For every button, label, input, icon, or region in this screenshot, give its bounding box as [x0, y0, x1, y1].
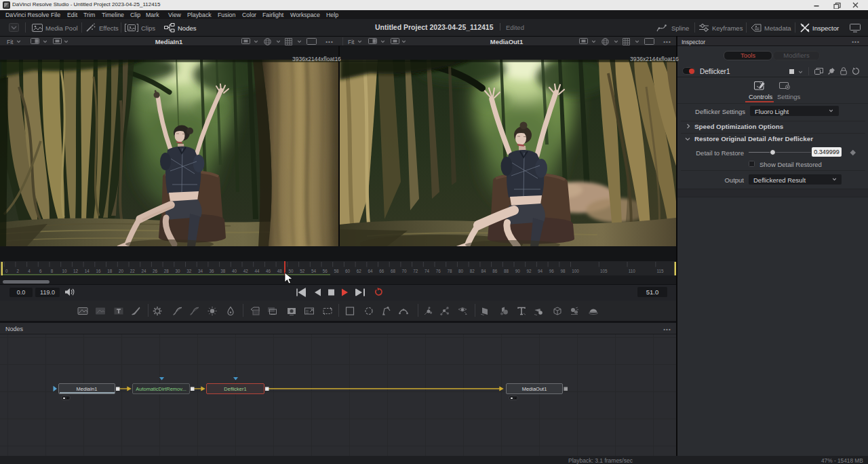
- svg-text:14: 14: [85, 269, 90, 273]
- svg-text:94: 94: [538, 269, 543, 273]
- svg-text:22: 22: [130, 269, 136, 273]
- svg-text:72: 72: [413, 269, 418, 273]
- svg-text:26: 26: [153, 269, 158, 273]
- svg-text:40: 40: [232, 269, 237, 273]
- svg-text:90: 90: [515, 269, 521, 273]
- svg-text:2: 2: [17, 269, 20, 273]
- svg-text:105: 105: [600, 269, 608, 273]
- svg-text:76: 76: [436, 269, 441, 273]
- svg-text:54: 54: [311, 269, 317, 273]
- svg-text:0: 0: [5, 269, 8, 273]
- svg-text:86: 86: [492, 269, 498, 273]
- svg-text:88: 88: [504, 269, 509, 273]
- svg-text:74: 74: [425, 269, 430, 273]
- svg-text:68: 68: [391, 269, 396, 273]
- svg-text:30: 30: [176, 269, 181, 273]
- svg-text:62: 62: [357, 269, 362, 273]
- svg-text:32: 32: [186, 269, 192, 273]
- svg-text:84: 84: [481, 269, 487, 273]
- svg-text:6: 6: [39, 269, 42, 273]
- svg-text:8: 8: [51, 269, 54, 273]
- svg-text:82: 82: [470, 269, 475, 273]
- svg-text:64: 64: [368, 269, 374, 273]
- svg-text:96: 96: [549, 269, 555, 273]
- svg-text:42: 42: [243, 269, 249, 273]
- svg-text:16: 16: [96, 269, 102, 273]
- svg-text:36: 36: [210, 269, 215, 273]
- svg-text:56: 56: [323, 269, 328, 273]
- svg-text:46: 46: [266, 269, 271, 273]
- svg-text:34: 34: [198, 269, 203, 273]
- svg-text:18: 18: [107, 269, 113, 273]
- svg-text:70: 70: [402, 269, 408, 273]
- svg-text:52: 52: [300, 269, 305, 273]
- svg-text:60: 60: [345, 269, 351, 273]
- svg-text:12: 12: [73, 269, 79, 273]
- svg-text:98: 98: [561, 269, 566, 273]
- svg-text:115: 115: [657, 269, 665, 273]
- svg-text:110: 110: [629, 269, 636, 273]
- svg-text:28: 28: [164, 269, 170, 273]
- svg-text:92: 92: [526, 269, 532, 273]
- svg-text:100: 100: [572, 269, 579, 273]
- svg-text:80: 80: [458, 269, 464, 273]
- svg-text:48: 48: [277, 269, 283, 273]
- svg-text:4: 4: [28, 269, 31, 273]
- svg-text:44: 44: [254, 269, 260, 273]
- svg-text:24: 24: [141, 269, 146, 273]
- svg-text:66: 66: [379, 269, 384, 273]
- svg-text:58: 58: [334, 269, 339, 273]
- svg-text:78: 78: [447, 269, 452, 273]
- svg-text:10: 10: [62, 269, 67, 273]
- svg-text:20: 20: [119, 269, 124, 273]
- svg-text:38: 38: [220, 269, 226, 273]
